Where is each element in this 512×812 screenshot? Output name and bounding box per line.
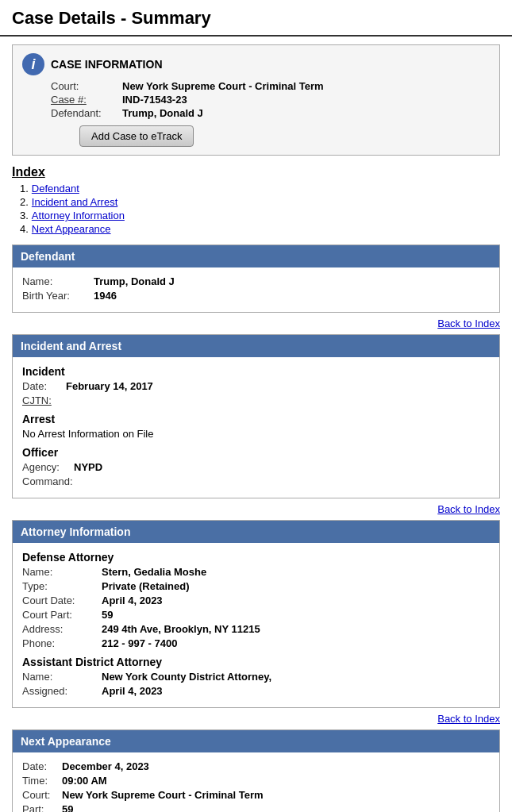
defendant-label: Defendant: bbox=[51, 107, 122, 119]
incident-cjtn-label: CJTN: bbox=[22, 394, 66, 406]
incident-back-link[interactable]: Back to Index bbox=[437, 503, 500, 515]
defendant-birthyear-label: Birth Year: bbox=[22, 290, 94, 302]
defendant-section: Defendant Name: Trump, Donald J Birth Ye… bbox=[12, 244, 500, 313]
next-appearance-body: Date: December 4, 2023 Time: 09:00 AM Co… bbox=[13, 752, 499, 812]
def-court-date-value: April 4, 2023 bbox=[102, 595, 163, 606]
court-value: New York Supreme Court - Criminal Term bbox=[122, 80, 324, 92]
def-address-value: 249 4th Ave, Brooklyn, NY 11215 bbox=[102, 623, 260, 635]
na-date-label: Date: bbox=[22, 760, 62, 772]
officer-agency-label: Agency: bbox=[22, 461, 74, 473]
index-link-defendant[interactable]: Defendant bbox=[32, 183, 79, 194]
attorney-back-to-index: Back to Index bbox=[12, 713, 500, 725]
defendant-back-link[interactable]: Back to Index bbox=[437, 317, 500, 329]
court-label: Court: bbox=[51, 80, 122, 92]
na-court-value: New York Supreme Court - Criminal Term bbox=[62, 789, 264, 801]
attorney-section-body: Defense Attorney Name: Stern, Gedalia Mo… bbox=[13, 543, 499, 707]
index-item-1: 1.Defendant bbox=[20, 183, 500, 194]
defendant-value: Trump, Donald J bbox=[122, 107, 203, 119]
incident-section-header: Incident and Arrest bbox=[13, 335, 499, 357]
def-address-label: Address: bbox=[22, 623, 102, 635]
defense-attorney-header: Defense Attorney bbox=[22, 551, 490, 564]
incident-date-label: Date: bbox=[22, 380, 66, 392]
na-part-value: 59 bbox=[62, 803, 73, 812]
officer-agency-value: NYPD bbox=[74, 461, 102, 473]
def-court-date-label: Court Date: bbox=[22, 595, 102, 606]
attorney-section-header: Attorney Information bbox=[13, 521, 499, 543]
def-court-part-label: Court Part: bbox=[22, 609, 102, 621]
def-name-label: Name: bbox=[22, 566, 102, 578]
def-phone-value: 212 - 997 - 7400 bbox=[102, 637, 177, 649]
add-case-button[interactable]: Add Case to eTrack bbox=[79, 125, 194, 147]
case-num-value: IND-71543-23 bbox=[122, 94, 187, 106]
index-item-2: 2.Incident and Arrest bbox=[20, 196, 500, 208]
na-date-value: December 4, 2023 bbox=[62, 760, 149, 772]
incident-sub-header: Incident bbox=[22, 365, 490, 378]
def-court-part-value: 59 bbox=[102, 609, 113, 621]
attorney-back-link[interactable]: Back to Index bbox=[437, 713, 500, 725]
no-arrest-text: No Arrest Information on File bbox=[22, 428, 490, 440]
officer-sub-header: Officer bbox=[22, 446, 490, 459]
ada-assigned-value: April 4, 2023 bbox=[102, 685, 163, 697]
info-icon: i bbox=[22, 53, 44, 75]
next-appearance-header: Next Appearance bbox=[13, 730, 499, 752]
index-list: 1.Defendant 2.Incident and Arrest 3.Atto… bbox=[12, 183, 500, 235]
index-item-4: 4.Next Appearance bbox=[20, 223, 500, 235]
incident-section-body: Incident Date: February 14, 2017 CJTN: A… bbox=[13, 357, 499, 498]
def-name-value: Stern, Gedalia Moshe bbox=[102, 566, 206, 578]
def-phone-label: Phone: bbox=[22, 637, 102, 649]
index-item-3: 3.Attorney Information bbox=[20, 210, 500, 221]
ada-name-label: Name: bbox=[22, 671, 102, 683]
next-appearance-section: Next Appearance Date: December 4, 2023 T… bbox=[12, 729, 500, 812]
index-link-incident[interactable]: Incident and Arrest bbox=[32, 196, 117, 208]
defendant-back-to-index: Back to Index bbox=[12, 317, 500, 329]
na-court-label: Court: bbox=[22, 789, 62, 801]
ada-header: Assistant District Attorney bbox=[22, 656, 490, 668]
page-title: Case Details - Summary bbox=[0, 0, 512, 37]
case-info-box: i CASE INFORMATION Court: New York Supre… bbox=[12, 44, 500, 156]
ada-assigned-label: Assigned: bbox=[22, 685, 102, 697]
index-link-nextappearance[interactable]: Next Appearance bbox=[32, 223, 111, 235]
incident-back-to-index: Back to Index bbox=[12, 503, 500, 515]
na-time-value: 09:00 AM bbox=[62, 775, 107, 787]
defendant-section-header: Defendant bbox=[13, 245, 499, 267]
index-title: Index bbox=[12, 165, 500, 179]
defendant-name-value: Trump, Donald J bbox=[94, 275, 175, 287]
na-time-label: Time: bbox=[22, 775, 62, 787]
attorney-section: Attorney Information Defense Attorney Na… bbox=[12, 520, 500, 708]
incident-date-value: February 14, 2017 bbox=[66, 380, 153, 392]
officer-command-label: Command: bbox=[22, 475, 74, 487]
def-type-value: Private (Retained) bbox=[102, 580, 190, 592]
index-link-attorney[interactable]: Attorney Information bbox=[32, 210, 125, 221]
defendant-birthyear-value: 1946 bbox=[94, 290, 117, 302]
case-num-label: Case #: bbox=[51, 94, 122, 106]
ada-name-value: New York County District Attorney, bbox=[102, 671, 271, 683]
def-type-label: Type: bbox=[22, 580, 102, 592]
index-section: Index 1.Defendant 2.Incident and Arrest … bbox=[12, 165, 500, 235]
case-info-title: CASE INFORMATION bbox=[51, 58, 163, 71]
incident-section: Incident and Arrest Incident Date: Febru… bbox=[12, 334, 500, 498]
arrest-sub-header: Arrest bbox=[22, 413, 490, 425]
defendant-name-label: Name: bbox=[22, 275, 94, 287]
defendant-section-body: Name: Trump, Donald J Birth Year: 1946 bbox=[13, 267, 499, 312]
na-part-label: Part: bbox=[22, 803, 62, 812]
